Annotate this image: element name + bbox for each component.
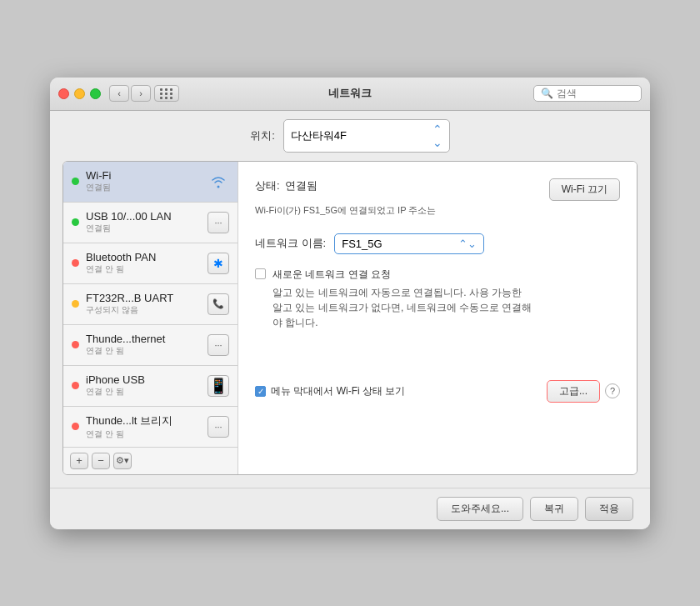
- wifi-icon: [208, 171, 229, 193]
- bottom-actions: ✓ 메뉴 막대에서 Wi-Fi 상태 보기 고급... ?: [255, 363, 620, 403]
- status-dot-ft: [72, 300, 79, 308]
- location-label: 위치:: [250, 128, 275, 143]
- sidebar-item-usb-lan[interactable]: USB 10/...00 LAN 연결됨 ···: [63, 203, 238, 243]
- apply-button[interactable]: 적용: [585, 497, 633, 521]
- window-title: 네트워크: [328, 86, 372, 101]
- back-button[interactable]: ‹: [109, 85, 129, 102]
- remove-network-button[interactable]: −: [92, 453, 110, 469]
- location-bar: 위치: 다산타워4F ⌃⌄: [50, 111, 650, 161]
- dots-icon-usb: ···: [208, 212, 229, 233]
- nav-buttons: ‹ ›: [109, 85, 179, 102]
- network-name-value: FS1_5G: [342, 238, 382, 250]
- item-name-tb: Thunde...lt 브리지: [86, 413, 208, 428]
- status-dot-usb: [72, 218, 79, 226]
- show-wifi-row: ✓ 메뉴 막대에서 Wi-Fi 상태 보기: [255, 384, 547, 398]
- svg-point-0: [218, 185, 220, 188]
- location-value: 다산타워4F: [291, 128, 347, 143]
- item-status-te: 연결 안 됨: [86, 345, 208, 357]
- sidebar-item-ft232r[interactable]: FT232R...B UART 구성되지 않음 📞: [63, 284, 238, 324]
- status-dot-te: [72, 341, 79, 348]
- checkbox-description: 알고 있는 네트워크에 자동으로 연결됩니다. 사용 가능한알고 있는 네트워크…: [272, 285, 532, 330]
- advanced-button[interactable]: 고급...: [547, 380, 600, 403]
- status-row: 상태: 연결됨 Wi-Fi 끄기: [255, 178, 620, 201]
- window-footer: 도와주세요... 복귀 적용: [50, 488, 650, 529]
- help-button[interactable]: ?: [605, 383, 620, 398]
- minimize-button[interactable]: [74, 88, 85, 99]
- item-name-ft: FT232R...B UART: [86, 292, 208, 304]
- help-footer-button[interactable]: 도와주세요...: [437, 497, 523, 521]
- search-input[interactable]: [557, 88, 634, 99]
- item-name-usb: USB 10/...00 LAN: [86, 210, 208, 223]
- bluetooth-icon: ✱: [208, 253, 229, 274]
- forward-button[interactable]: ›: [131, 85, 151, 102]
- sidebar-item-iphone-usb[interactable]: iPhone USB 연결 안 됨 📱: [63, 366, 238, 406]
- status-dot-bt: [72, 259, 79, 267]
- search-icon: 🔍: [541, 88, 553, 99]
- search-box[interactable]: 🔍: [533, 85, 642, 102]
- close-button[interactable]: [58, 88, 69, 99]
- chevron-updown-icon: ⌃⌄: [458, 238, 477, 250]
- item-name-ip: iPhone USB: [86, 373, 208, 386]
- show-wifi-checkbox[interactable]: ✓: [255, 386, 266, 397]
- checkbox-row: 새로운 네트워크 연결 요청 알고 있는 네트워크에 자동으로 연결됩니다. 사…: [255, 268, 620, 330]
- status-dot-green: [72, 178, 79, 185]
- sidebar-item-thunderbolt-eth[interactable]: Thunde...thernet 연결 안 됨 ···: [63, 325, 238, 365]
- sidebar-item-bluetooth-pan[interactable]: Bluetooth PAN 연결 안 됨 ✱: [63, 243, 238, 283]
- main-window: ‹ › 네트워크 🔍 위치: 다산타워4F ⌃⌄: [50, 78, 650, 529]
- item-status-usb: 연결됨: [86, 223, 208, 234]
- sidebar: Wi-Fi 연결됨 USB 10/...00 LAN: [63, 162, 238, 474]
- item-status-bt: 연결 안 됨: [86, 263, 208, 275]
- item-status-ip: 연결 안 됨: [86, 386, 208, 398]
- phone-icon-ip: 📱: [208, 375, 229, 397]
- show-wifi-label: 메뉴 막대에서 Wi-Fi 상태 보기: [271, 384, 405, 398]
- item-status-tb: 연결 안 됨: [86, 428, 208, 440]
- traffic-lights: [58, 88, 101, 99]
- network-name-select[interactable]: FS1_5G ⌃⌄: [334, 233, 484, 254]
- grid-button[interactable]: [154, 85, 179, 102]
- dots-icon-te: ···: [208, 334, 229, 356]
- sidebar-toolbar: + − ⚙▾: [63, 447, 238, 474]
- status-value: 연결됨: [285, 178, 318, 193]
- status-dot-tb: [72, 423, 79, 430]
- item-name-wifi: Wi-Fi: [86, 169, 208, 182]
- main-content: Wi-Fi 연결됨 USB 10/...00 LAN: [62, 161, 638, 475]
- status-label: 상태:: [255, 178, 280, 193]
- add-network-button[interactable]: +: [70, 453, 88, 469]
- status-dot-ip: [72, 382, 79, 389]
- sidebar-item-wifi[interactable]: Wi-Fi 연결됨: [63, 162, 238, 202]
- checkbox-label: 새로운 네트워크 연결 요청: [272, 268, 532, 282]
- titlebar: ‹ › 네트워크 🔍: [50, 78, 650, 111]
- settings-button[interactable]: ⚙▾: [113, 453, 132, 469]
- wifi-off-button[interactable]: Wi-Fi 끄기: [549, 178, 620, 201]
- maximize-button[interactable]: [90, 88, 101, 99]
- phone-icon-ft: 📞: [208, 293, 229, 315]
- main-panel: 상태: 연결됨 Wi-Fi 끄기 Wi-Fi이(가) FS1_5G에 연결되었고…: [238, 162, 637, 474]
- status-description: Wi-Fi이(가) FS1_5G에 연결되었고 IP 주소는: [255, 204, 620, 217]
- new-network-checkbox[interactable]: [255, 268, 266, 279]
- dots-icon-tb: ···: [208, 416, 229, 438]
- chevron-down-icon: ⌃⌄: [432, 123, 442, 149]
- network-name-row: 네트워크 이름: FS1_5G ⌃⌄: [255, 233, 620, 254]
- item-name-te: Thunde...thernet: [86, 333, 208, 345]
- sidebar-item-thunderbolt-bridge[interactable]: Thunde...lt 브리지 연결 안 됨 ···: [63, 407, 238, 447]
- bottom-actions-area: ✓ 메뉴 막대에서 Wi-Fi 상태 보기 고급... ?: [255, 363, 620, 403]
- item-status-wifi: 연결됨: [86, 182, 208, 193]
- network-name-label: 네트워크 이름:: [255, 236, 326, 251]
- location-select[interactable]: 다산타워4F ⌃⌄: [283, 119, 450, 153]
- revert-button[interactable]: 복귀: [530, 497, 578, 521]
- item-name-bt: Bluetooth PAN: [86, 251, 208, 263]
- item-status-ft: 구성되지 않음: [86, 304, 208, 316]
